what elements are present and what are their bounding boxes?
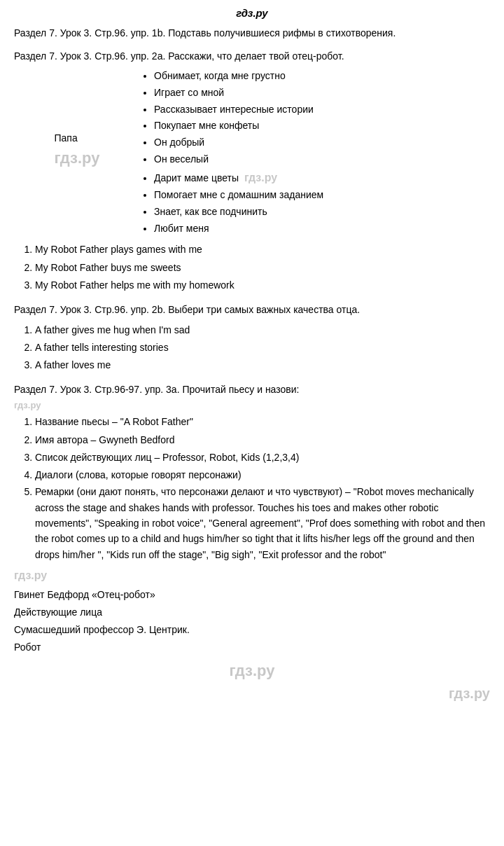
- list-item: Играет со мной: [154, 85, 490, 102]
- left-column: Папа гдз.ру: [14, 68, 140, 237]
- footer-line-4: Робот: [14, 640, 490, 655]
- section-2a-title: Раздел 7. Урок 3. Стр.96. упр. 2а. Расск…: [14, 49, 490, 64]
- list-item: Покупает мне конфеты: [154, 118, 490, 134]
- list-item: Название пьесы – "A Robot Father": [35, 413, 490, 431]
- list-item: Дарит маме цветы гдз.ру: [154, 168, 490, 187]
- site-header: гдз.ру: [14, 7, 490, 19]
- list-item: Любит меня: [154, 221, 490, 237]
- watermark-1: гдз.ру: [55, 149, 100, 167]
- bullet-list-2a: Обнимает, когда мне грустно Играет со мн…: [140, 68, 490, 237]
- list-item: Имя автора – Gwyneth Bedford: [35, 431, 490, 449]
- watermark-inline: гдз.ру: [244, 168, 277, 187]
- list-item: Рассказывает интересные истории: [154, 102, 490, 118]
- footer-line-1: Гвинет Бедфорд «Отец-робот»: [14, 588, 490, 602]
- list-item: Список действующих лиц – Professor, Robo…: [35, 449, 490, 466]
- watermark-bottom-left: гдз.ру: [14, 569, 490, 582]
- list-item: Ремарки (они дают понять, что персонажи …: [35, 484, 490, 562]
- section-2b: Раздел 7. Урок 3. Стр.96. упр. 2b. Выбер…: [14, 303, 490, 375]
- watermark-bottom-right: гдз.ру: [14, 686, 490, 702]
- numbered-list-2a: My Robot Father plays games with me My R…: [14, 241, 490, 294]
- section-2b-title: Раздел 7. Урок 3. Стр.96. упр. 2b. Выбер…: [14, 303, 490, 317]
- list-item: A father tells interesting stories: [35, 339, 490, 356]
- small-watermark: гдз.ру: [14, 400, 490, 410]
- section-1: Раздел 7. Урок 3. Стр.96. упр. 1b. Подст…: [14, 26, 490, 41]
- list-item: Он веселый: [154, 151, 490, 168]
- list-item: My Robot Father buys me sweets: [35, 259, 490, 277]
- right-column: Обнимает, когда мне грустно Играет со мн…: [140, 68, 490, 237]
- list-item: A father loves me: [35, 356, 490, 374]
- list-item: Он добрый: [154, 134, 490, 151]
- watermark-bottom-center: гдз.ру: [14, 662, 490, 680]
- two-column-layout: Папа гдз.ру Обнимает, когда мне грустно …: [14, 68, 490, 237]
- footer-line-3: Сумасшедший профессор Э. Центрик.: [14, 623, 490, 637]
- footer-block: гдз.ру Гвинет Бедфорд «Отец-робот» Дейст…: [14, 569, 490, 655]
- footer-line-2: Действующие лица: [14, 605, 490, 620]
- list-item: Помогает мне с домашним заданием: [154, 187, 490, 204]
- list-item: Знает, как все подчинить: [154, 204, 490, 221]
- papa-label-area: Папа гдз.ру: [55, 132, 100, 173]
- numbered-list-3a: Название пьесы – "A Robot Father" Имя ав…: [14, 413, 490, 562]
- numbered-list-2b: A father gives me hug when I'm sad A fat…: [14, 321, 490, 375]
- list-item: A father gives me hug when I'm sad: [35, 321, 490, 339]
- section-3a: Раздел 7. Урок 3. Стр.96-97. упр. 3а. Пр…: [14, 382, 490, 702]
- section-2a: Раздел 7. Урок 3. Стр.96. упр. 2а. Расск…: [14, 49, 490, 294]
- section-3a-title: Раздел 7. Урок 3. Стр.96-97. упр. 3а. Пр…: [14, 382, 490, 397]
- list-item: My Robot Father plays games with me: [35, 241, 490, 258]
- list-item: Обнимает, когда мне грустно: [154, 68, 490, 85]
- papa-label: Папа: [55, 132, 100, 144]
- list-item: Диалоги (слова, которые говорят персонаж…: [35, 466, 490, 484]
- list-item: My Robot Father helps me with my homewor…: [35, 277, 490, 294]
- section-1-title: Раздел 7. Урок 3. Стр.96. упр. 1b. Подст…: [14, 26, 490, 41]
